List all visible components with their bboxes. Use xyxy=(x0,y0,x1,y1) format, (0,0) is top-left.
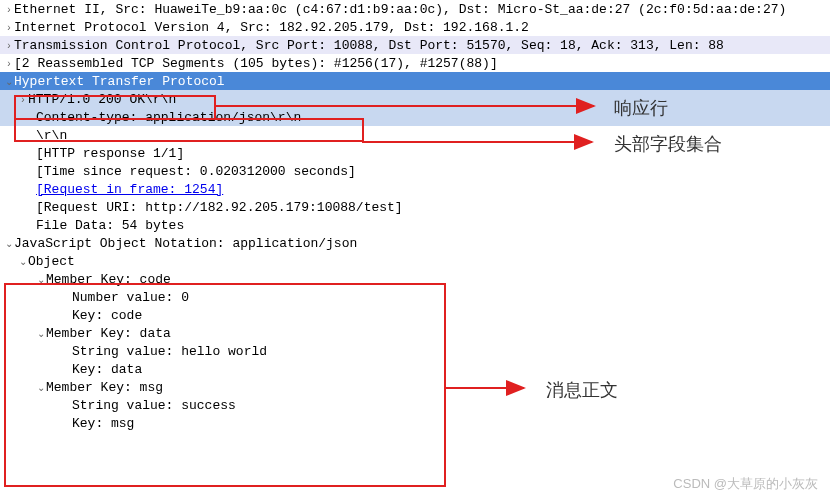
http-request-uri: [Request URI: http://182.92.205.179:1008… xyxy=(36,200,403,215)
caret-down-icon[interactable]: ⌄ xyxy=(18,256,28,267)
caret-down-icon[interactable]: ⌄ xyxy=(36,274,46,285)
row-key-code: Key: code xyxy=(0,306,830,324)
row-ethernet[interactable]: ›Ethernet II, Src: HuaweiTe_b9:aa:0c (c4… xyxy=(0,0,830,18)
caret-down-icon[interactable]: ⌄ xyxy=(4,76,14,87)
member-key-data: Member Key: data xyxy=(46,326,171,341)
reassembled-text: [2 Reassembled TCP Segments (105 bytes):… xyxy=(14,56,498,71)
caret-down-icon[interactable]: ⌄ xyxy=(4,238,14,249)
http-crlf: \r\n xyxy=(36,128,67,143)
http-title: Hypertext Transfer Protocol xyxy=(14,74,225,89)
value-msg: String value: success xyxy=(72,398,236,413)
row-value-data: String value: hello world xyxy=(0,342,830,360)
caret-right-icon[interactable]: › xyxy=(4,40,14,51)
value-data: String value: hello world xyxy=(72,344,267,359)
row-http[interactable]: ⌄Hypertext Transfer Protocol xyxy=(0,72,830,90)
http-file-data: File Data: 54 bytes xyxy=(36,218,184,233)
http-request-frame-link[interactable]: [Request in frame: 1254] xyxy=(36,182,223,197)
caret-down-icon[interactable]: ⌄ xyxy=(36,328,46,339)
row-file-data: File Data: 54 bytes xyxy=(0,216,830,234)
anno-headers: 头部字段集合 xyxy=(614,132,722,156)
row-http-status[interactable]: ›HTTP/1.0 200 OK\r\n xyxy=(0,90,830,108)
row-request-uri: [Request URI: http://182.92.205.179:1008… xyxy=(0,198,830,216)
caret-right-icon[interactable]: › xyxy=(4,58,14,69)
anno-status-line: 响应行 xyxy=(614,96,668,120)
member-key-msg: Member Key: msg xyxy=(46,380,163,395)
row-time-since: [Time since request: 0.020312000 seconds… xyxy=(0,162,830,180)
row-json[interactable]: ⌄JavaScript Object Notation: application… xyxy=(0,234,830,252)
key-code: Key: code xyxy=(72,308,142,323)
row-content-type[interactable]: Content-type: application/json\r\n xyxy=(0,108,830,126)
anno-body: 消息正文 xyxy=(546,378,618,402)
row-tcp[interactable]: ›Transmission Control Protocol, Src Port… xyxy=(0,36,830,54)
caret-down-icon[interactable]: ⌄ xyxy=(36,382,46,393)
row-member-data[interactable]: ⌄Member Key: data xyxy=(0,324,830,342)
caret-right-icon[interactable]: › xyxy=(4,4,14,15)
row-ip[interactable]: ›Internet Protocol Version 4, Src: 182.9… xyxy=(0,18,830,36)
row-request-frame[interactable]: [Request in frame: 1254] xyxy=(0,180,830,198)
member-key-code: Member Key: code xyxy=(46,272,171,287)
row-value-msg: String value: success xyxy=(0,396,830,414)
row-key-msg: Key: msg xyxy=(0,414,830,432)
ethernet-text: Ethernet II, Src: HuaweiTe_b9:aa:0c (c4:… xyxy=(14,2,786,17)
json-title: JavaScript Object Notation: application/… xyxy=(14,236,357,251)
row-reassembled[interactable]: ›[2 Reassembled TCP Segments (105 bytes)… xyxy=(0,54,830,72)
watermark: CSDN @大草原的小灰灰 xyxy=(673,475,818,493)
http-time-since: [Time since request: 0.020312000 seconds… xyxy=(36,164,356,179)
row-json-object[interactable]: ⌄Object xyxy=(0,252,830,270)
key-msg: Key: msg xyxy=(72,416,134,431)
json-object: Object xyxy=(28,254,75,269)
row-value-code: Number value: 0 xyxy=(0,288,830,306)
row-member-code[interactable]: ⌄Member Key: code xyxy=(0,270,830,288)
http-content-type: Content-type: application/json\r\n xyxy=(36,110,301,125)
caret-right-icon[interactable]: › xyxy=(4,22,14,33)
http-status-line: HTTP/1.0 200 OK\r\n xyxy=(28,92,176,107)
row-member-msg[interactable]: ⌄Member Key: msg xyxy=(0,378,830,396)
row-key-data: Key: data xyxy=(0,360,830,378)
http-response-num: [HTTP response 1/1] xyxy=(36,146,184,161)
value-code: Number value: 0 xyxy=(72,290,189,305)
key-data: Key: data xyxy=(72,362,142,377)
ip-text: Internet Protocol Version 4, Src: 182.92… xyxy=(14,20,529,35)
tcp-text: Transmission Control Protocol, Src Port:… xyxy=(14,38,724,53)
caret-right-icon[interactable]: › xyxy=(18,94,28,105)
